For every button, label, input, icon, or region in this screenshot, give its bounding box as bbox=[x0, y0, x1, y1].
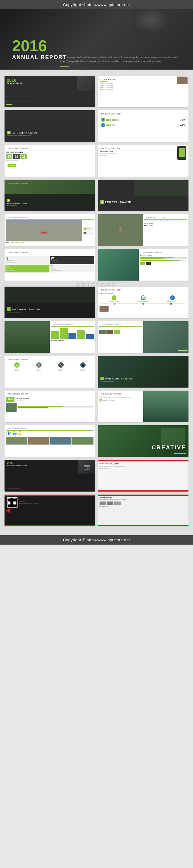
home-icon-5 bbox=[101, 377, 104, 380]
swot-s-cell: S Strengths Add description text here bbox=[5, 256, 50, 264]
swot-t-desc: Add description text here bbox=[51, 270, 93, 272]
creative-image-overlay bbox=[161, 428, 186, 446]
house-icon bbox=[8, 132, 10, 133]
divider-7 bbox=[6, 254, 93, 254]
slide-phone: THE BUSINESS TARGET ADD YOUR TITLE HERE … bbox=[98, 145, 189, 177]
tab-2: Tab 2 bbox=[102, 155, 104, 156]
slides-row-13: pptstore Add your description text here … bbox=[4, 495, 189, 526]
slide-deer: 🦌 THE BUSINESS TARGET Add your descripti… bbox=[98, 214, 189, 246]
thumb-3 bbox=[114, 330, 120, 334]
slide-4titles: THE BUSINESS TARGET ☁ Title 1 Add text h… bbox=[4, 356, 95, 388]
icon-2: 🔊 bbox=[84, 232, 86, 234]
progress-bar-1 bbox=[140, 257, 173, 258]
person-2 bbox=[108, 119, 109, 121]
slides-row-6: THE BUSINESS TARGET S Strengths Add desc… bbox=[4, 249, 189, 281]
photo-2 bbox=[28, 437, 50, 444]
credits-desc: Add your description text here for credi… bbox=[100, 466, 187, 467]
title-icon-3: 🔧 bbox=[58, 362, 64, 368]
slides-row-8: THE BUSINESS TARGET ADD YOUR TITLE HERE bbox=[4, 321, 189, 353]
pptstore-label: PPTSTORE 幻灯片超市 bbox=[100, 462, 187, 465]
biz-title-14: THE BUSINESS TARGET bbox=[99, 392, 142, 396]
slide-cover: 2016 ANNUAL REPORT The concepts national… bbox=[4, 76, 95, 107]
qr-red-top bbox=[4, 495, 95, 496]
slide-img-1 bbox=[100, 306, 109, 312]
slide-timeline: THE BUSINESS TARGET Add your description… bbox=[98, 287, 189, 318]
part1-desc: The concepts national income and nationa… bbox=[7, 135, 92, 136]
slide1-year: 2016 bbox=[7, 78, 24, 82]
part1-title: PART ONE : ANALYSIS bbox=[12, 132, 38, 134]
swot-w-cell: W Weakness Add description text here bbox=[50, 256, 94, 264]
slide-desc-2: Add your description text here for this … bbox=[100, 153, 175, 154]
slides-row-5: THE BUSINESS TARGET 🚗 ⚙ Feature 🔊 Featur bbox=[4, 214, 189, 246]
bottom-copyright-bar: Copyright © http://www.pptstore.net bbox=[0, 535, 193, 545]
color-block-2 bbox=[146, 261, 151, 265]
dot-2 bbox=[142, 303, 144, 305]
bullet-text-1: Add your title bbox=[146, 223, 153, 224]
star-icon: ⭐ bbox=[18, 431, 22, 436]
top-copyright-bar: Copyright © http://www.pptstore.net bbox=[0, 0, 193, 9]
arrow-icon bbox=[6, 508, 10, 513]
hero-green-accent bbox=[60, 66, 70, 67]
circle-icon-1: ⚡ bbox=[112, 296, 116, 300]
add-title-12: ADD YOUR TITLE HERE bbox=[103, 400, 115, 401]
cred-img-1 bbox=[100, 501, 106, 505]
vehicle-image: 🚗 bbox=[6, 220, 82, 241]
part3-desc: The concepts national income bbox=[7, 312, 92, 313]
divider-6 bbox=[144, 219, 187, 220]
calendar-icon: 📅 bbox=[99, 399, 102, 402]
pnbay-label: pnbay bbox=[106, 506, 109, 507]
biz-title-4: THE BUSINESS TARGET bbox=[6, 181, 93, 185]
hero-title: ANNUAL REPORT bbox=[12, 54, 67, 61]
swot-weakness: Weakness bbox=[51, 260, 93, 261]
add-title-9: ADD YOUR TITLE HERE bbox=[51, 340, 94, 341]
slide-river: THE BUSINESS TARGET ADD YOUR TITLE HERE bbox=[98, 249, 189, 281]
deer-desc: Add your description text here for this … bbox=[144, 220, 187, 222]
large-img-desc: Add your description text here for this … bbox=[99, 327, 142, 329]
slides-row-10: THE BUSINESS TARGET 30% ADD YOUR TITLE H… bbox=[4, 391, 189, 422]
part2-desc: The concepts national income and nationa… bbox=[101, 204, 186, 206]
pixabay-label: PIXABAY bbox=[100, 506, 105, 507]
hero-content: 2016 ANNUAL REPORT bbox=[12, 38, 67, 61]
slide-desc-1: Add your description text bbox=[6, 160, 93, 161]
qr-desc: Add your description text here for this … bbox=[19, 503, 92, 504]
slides-row-3: THE BUSINESS TARGET ADD YOUR TITLE HERE … bbox=[4, 145, 189, 177]
biz-title-2: THE BUSINESS TARGET bbox=[6, 146, 93, 150]
phone-screen bbox=[179, 148, 185, 157]
divider-8 bbox=[140, 254, 187, 254]
add-title-6: ADD YOUR TITLE HERE bbox=[109, 301, 119, 302]
read-more-btn-1[interactable]: READ MORE bbox=[7, 164, 16, 167]
red-top-bar bbox=[98, 460, 189, 461]
slide-thankyou: 2016 THANK YOU FOR LISTENING 📷 PPTSTORE … bbox=[4, 460, 95, 492]
red-bottom-bar bbox=[98, 490, 189, 492]
slide-pct30: THE BUSINESS TARGET 30% ADD YOUR TITLE H… bbox=[4, 391, 95, 422]
bar-5 bbox=[86, 334, 94, 339]
timeline-desc: Add your description text bbox=[100, 293, 187, 294]
credits-label-1: PIXABAY bbox=[100, 468, 104, 469]
slide-part2: PART TWO : ANALYSIS The concepts nationa… bbox=[98, 180, 189, 211]
img-cred-bottom bbox=[98, 525, 189, 526]
home-icon-2 bbox=[7, 199, 10, 202]
person-3 bbox=[110, 119, 111, 121]
part4-title: PART FOUR : ANALYSIS bbox=[105, 378, 133, 380]
camera-icon-2: 📷 bbox=[78, 460, 95, 473]
contents-title: CONTENTS bbox=[100, 78, 187, 81]
swot-o: O bbox=[6, 266, 49, 269]
mountain-bg bbox=[143, 391, 189, 422]
slide-contents: CONTENTS 01 ADD YOUR TITLE HERE 02 ADD Y… bbox=[98, 76, 189, 107]
img-cred-title: 图片素材来源说明 bbox=[100, 497, 187, 498]
title-desc-4: Add text here bbox=[72, 370, 93, 371]
slide-mountain: THE BUSINESS TARGET Add your description… bbox=[98, 391, 189, 422]
divider-10 bbox=[51, 327, 94, 327]
title-icon-4: 📱 bbox=[80, 362, 86, 368]
add-title-3: ADD YOUR TITLE HERE bbox=[7, 203, 92, 205]
num-box-3: 19 bbox=[21, 154, 27, 159]
slides-container: 2016 ANNUAL REPORT The concepts national… bbox=[0, 70, 193, 535]
title-desc-1: Add text here bbox=[6, 370, 27, 371]
slides-row-11: THE BUSINESS TARGET 👤 👥 ⭐ bbox=[4, 425, 189, 457]
pct-img-1 bbox=[6, 403, 17, 412]
deer-image: 🦌 bbox=[98, 214, 143, 246]
large-img-bg bbox=[143, 321, 189, 353]
add-title-8: ADD YOUR TITLE HERE bbox=[167, 301, 177, 302]
slide-part4: PART FOUR : ANALYSIS The concepts nation… bbox=[98, 356, 189, 388]
swot-t-cell: T Threats Add description text here bbox=[50, 265, 94, 273]
